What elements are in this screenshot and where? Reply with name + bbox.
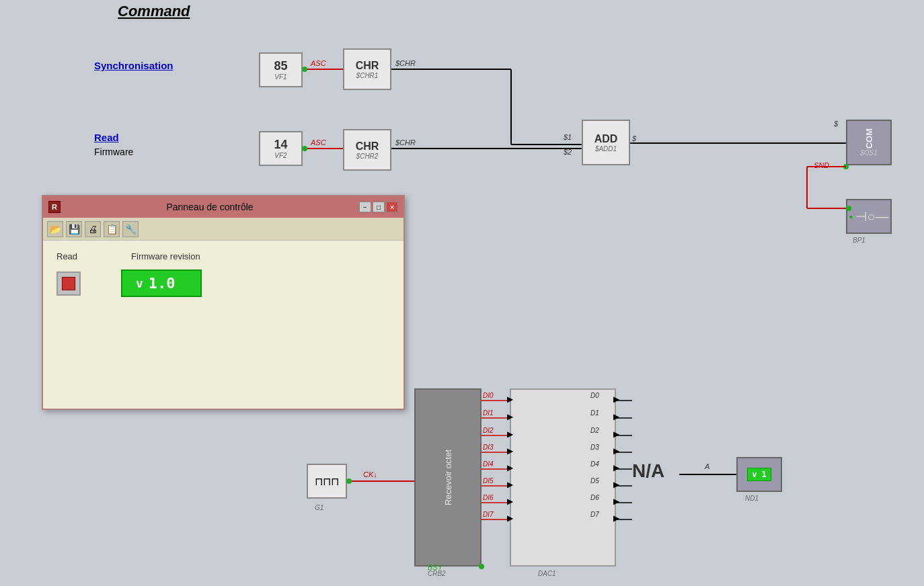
svg-text:SND: SND [814,161,829,169]
chr2-name: CHR [356,140,379,153]
svg-text:$: $ [833,120,839,128]
rcv-name: Recevoir octet [443,450,453,505]
cp-indicator [56,271,81,296]
cp-title-text: Panneau de contrôle [61,202,359,212]
command-title: Command [118,3,190,20]
cp-close-btn[interactable]: ✕ [386,202,398,212]
svg-text:DI2: DI2 [483,427,494,434]
cp-value-prefix: v [136,276,143,290]
vf2-block: 14 VF2 [259,131,303,166]
svg-point-8 [302,146,307,151]
add-block: ADD $ADD1 [582,120,630,165]
g1-label: G1 [315,504,323,511]
vf1-value: 85 [274,59,287,73]
nd1-display: v 1 [747,468,771,481]
toggle-left-dot: ● [849,213,853,220]
cp-titlebar: R Panneau de contrôle − □ ✕ [43,196,403,218]
svg-text:DI1: DI1 [483,409,494,417]
toggle-switch[interactable]: ● ⊣○— [849,208,888,224]
cp-minimize-btn[interactable]: − [359,202,371,212]
chr1-subname: $CHR1 [356,72,379,79]
svg-point-24 [346,478,352,484]
chr1-name: CHR [356,60,379,72]
com-name: COM [864,128,874,149]
dac1-label: DAC1 [538,570,556,577]
svg-text:A: A [704,462,709,470]
g1-symbol: ⊓⊓⊓ [315,475,339,488]
main-canvas: Command Synchronisation Read Firmware 85… [0,0,924,586]
cp-col2-label: Firmware revision [131,251,200,261]
svg-text:$: $ [631,134,637,142]
vf2-name: VF2 [274,152,286,159]
vf1-name: VF1 [274,73,286,81]
nd1-label: ND1 [745,495,759,502]
cp-col1-label: Read [56,251,77,261]
add-name: ADD [594,133,618,145]
svg-text:$2: $2 [563,148,572,156]
cp-value: 1.0 [149,275,176,292]
na-block: N/A [632,460,664,482]
read-label[interactable]: Read [94,132,119,143]
g1-block: ⊓⊓⊓ [307,464,347,499]
toggle-bar: ⊣○— [855,208,888,224]
control-panel: R Panneau de contrôle − □ ✕ 📂 💾 🖨 📋 🔧 Re… [42,195,405,410]
svg-text:CK↓: CK↓ [363,470,377,478]
svg-text:DI7: DI7 [483,511,494,518]
svg-text:DI4: DI4 [483,460,494,468]
cp-window-buttons: − □ ✕ [359,202,398,212]
svg-text:$CHR: $CHR [395,138,416,146]
cp-content: Read Firmware revision v 1.0 [43,241,403,308]
cp-value-display: v 1.0 [121,269,202,297]
chr1-block: CHR $CHR1 [343,48,391,90]
svg-text:DI0: DI0 [483,392,494,399]
cp-open-icon[interactable]: 📂 [47,221,63,237]
com-block: COM $OS1 [846,120,892,165]
cp-save-icon[interactable]: 💾 [66,221,82,237]
chr2-block: CHR $CHR2 [343,129,391,171]
cp-indicator-inner [62,277,75,290]
nd1-block: v 1 [736,457,782,492]
dac1-block [510,388,616,567]
bp1-block[interactable]: ● ⊣○— [846,199,892,234]
svg-text:DI6: DI6 [483,494,494,501]
vf1-block: 85 VF1 [259,52,303,87]
cp-row-header: Read Firmware revision [56,251,390,261]
svg-text:ASC: ASC [310,59,326,67]
svg-text:ASC: ASC [310,138,326,146]
add-subname: $ADD1 [595,145,617,153]
cp-maximize-btn[interactable]: □ [373,202,385,212]
synchronisation-label[interactable]: Synchronisation [94,60,174,71]
rcv-block: Recevoir octet [414,388,482,567]
cp-settings-icon[interactable]: 🔧 [122,221,139,237]
crb2-label: CRB2 [428,570,446,577]
chr2-subname: $CHR2 [356,153,379,160]
svg-text:$CHR: $CHR [395,59,416,67]
svg-point-1 [302,67,307,72]
firmware-label: Firmware [94,146,133,157]
cp-print-icon[interactable]: 🖨 [85,221,101,237]
bp1-label: BP1 [853,237,865,244]
cp-title-icon: R [48,201,61,213]
vf2-value: 14 [274,138,287,152]
svg-text:DI5: DI5 [483,477,494,485]
svg-text:$1: $1 [563,133,572,141]
cp-toolbar: 📂 💾 🖨 📋 🔧 [43,218,403,241]
com-subname: $OS1 [860,149,878,157]
svg-text:DI3: DI3 [483,444,494,451]
cp-data-row: v 1.0 [56,269,390,297]
cp-copy-icon[interactable]: 📋 [104,221,120,237]
